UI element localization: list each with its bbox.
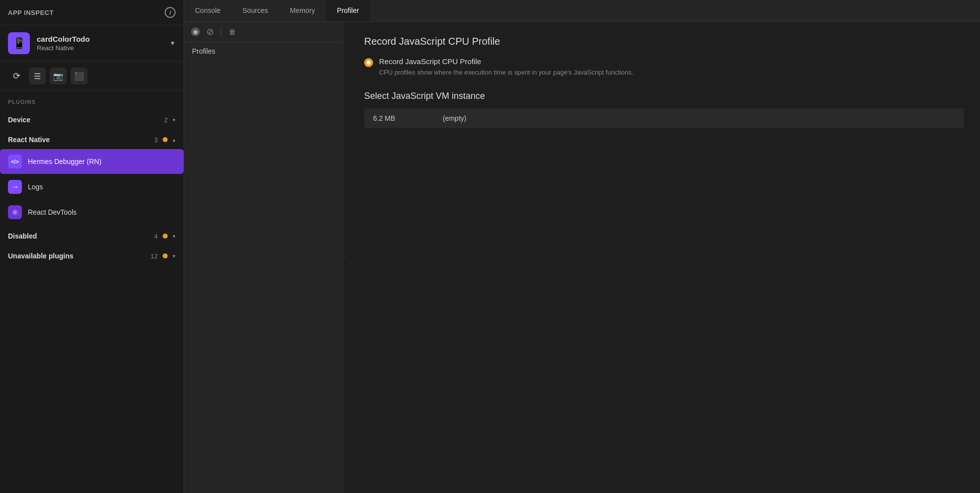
sidebar-header: APP INSPECT i (0, 0, 184, 25)
unavailable-dot (163, 253, 168, 258)
react-native-group-header[interactable]: React Native 3 ▴ (0, 131, 184, 149)
profiles-toolbar: ⏺ ⊘ 🗑 (184, 22, 343, 42)
plugins-label: PLUGINS (8, 99, 36, 105)
menu-button[interactable]: ☰ (29, 68, 46, 84)
vm-section-title: Select JavaScript VM instance (364, 91, 964, 101)
cpu-profile-radio[interactable] (364, 58, 373, 67)
react-native-group-title: React Native (8, 136, 50, 144)
stop-profile-button[interactable]: ⊘ (205, 27, 215, 37)
react-devtools-icon: ⚛ (8, 205, 22, 219)
screenshot-button[interactable]: 📷 (50, 68, 67, 84)
drag-handle[interactable]: ⋮ (343, 22, 348, 493)
sidebar-toolbar: ⟳ ☰ 📷 ⬛ (0, 62, 184, 91)
logs-label: Logs (28, 183, 43, 191)
unavailable-group-title: Unavailable plugins (8, 252, 73, 260)
react-native-dot (163, 137, 168, 142)
disabled-chevron: ▾ (173, 233, 176, 240)
device-group-chevron: ▾ (173, 117, 176, 123)
profiles-list-header: Profiles (184, 42, 343, 60)
device-info: cardColorTodo React Native (37, 35, 163, 52)
device-group-count: 2 (164, 116, 168, 124)
sidebar: APP INSPECT i 📱 cardColorTodo React Nati… (0, 0, 184, 493)
plugin-group-device: Device 2 ▾ (0, 111, 184, 129)
device-icon: 📱 (8, 32, 30, 54)
vm-size: 6.2 MB (373, 114, 423, 122)
device-group-title: Device (8, 116, 30, 124)
device-selector[interactable]: 📱 cardColorTodo React Native ▼ (0, 25, 184, 62)
device-name: cardColorTodo (37, 35, 163, 43)
logs-icon: → (8, 180, 22, 194)
unavailable-group-header[interactable]: Unavailable plugins 12 ▾ (0, 247, 184, 265)
refresh-button[interactable]: ⟳ (8, 68, 25, 84)
cpu-profile-description: CPU profiles show where the execution ti… (379, 68, 633, 77)
hermes-debugger-label: Hermes Debugger (RN) (28, 158, 101, 165)
dropdown-arrow-icon[interactable]: ▼ (170, 40, 176, 47)
tab-bar: Console Sources Memory Profiler (184, 0, 980, 22)
profiler-panel: ⏺ ⊘ 🗑 Profiles ⋮ Record JavaScript CPU P… (184, 22, 980, 493)
unavailable-group-count: 12 (151, 252, 158, 260)
disabled-group-header[interactable]: Disabled 4 ▾ (0, 227, 184, 245)
tab-memory[interactable]: Memory (279, 0, 326, 21)
vm-instance-row[interactable]: 6.2 MB (empty) (364, 108, 964, 128)
toolbar-divider (221, 27, 221, 36)
react-native-chevron: ▴ (173, 137, 176, 143)
plugins-section: PLUGINS (0, 91, 184, 109)
delete-profile-button[interactable]: 🗑 (227, 27, 237, 37)
disabled-group-count: 4 (154, 233, 158, 240)
plugin-group-unavailable: Unavailable plugins 12 ▾ (0, 247, 184, 265)
hermes-debugger-icon: </> (8, 155, 22, 168)
tab-sources[interactable]: Sources (231, 0, 279, 21)
unavailable-chevron: ▾ (173, 253, 176, 259)
app-title: APP INSPECT (8, 9, 54, 16)
tab-console[interactable]: Console (184, 0, 231, 21)
vm-instances-table: 6.2 MB (empty) (364, 108, 964, 128)
plugin-item-react-devtools[interactable]: ⚛ React DevTools (0, 200, 184, 225)
device-type: React Native (37, 44, 163, 52)
plugin-group-disabled: Disabled 4 ▾ (0, 227, 184, 245)
device-group-header[interactable]: Device 2 ▾ (0, 111, 184, 129)
record-screen-button[interactable]: ⬛ (71, 68, 88, 84)
profile-detail: Record JavaScript CPU Profile Record Jav… (348, 22, 980, 493)
disabled-dot (163, 234, 168, 239)
tab-profiler[interactable]: Profiler (326, 0, 370, 21)
record-profile-button[interactable]: ⏺ (191, 27, 200, 36)
profiles-panel: ⏺ ⊘ 🗑 Profiles (184, 22, 343, 493)
main-content: Console Sources Memory Profiler ⏺ ⊘ 🗑 Pr… (184, 0, 980, 493)
disabled-group-title: Disabled (8, 232, 37, 240)
react-native-group-count: 3 (154, 136, 158, 144)
plugin-item-logs[interactable]: → Logs (0, 174, 184, 199)
cpu-profile-label: Record JavaScript CPU Profile (379, 57, 633, 66)
vm-name: (empty) (443, 114, 466, 122)
info-icon[interactable]: i (165, 7, 176, 18)
profile-detail-title: Record JavaScript CPU Profile (364, 36, 964, 47)
plugin-item-hermes-debugger[interactable]: </> Hermes Debugger (RN) (0, 149, 184, 174)
cpu-profile-option[interactable]: Record JavaScript CPU Profile CPU profil… (364, 57, 964, 77)
react-devtools-label: React DevTools (28, 208, 77, 216)
plugin-group-react-native: React Native 3 ▴ </> Hermes Debugger (RN… (0, 131, 184, 225)
